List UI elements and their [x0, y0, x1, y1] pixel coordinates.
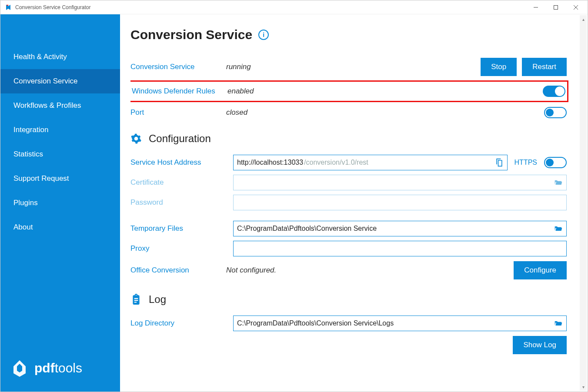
proxy-input[interactable] [233, 241, 567, 256]
scroll-up-arrow[interactable]: ▴ [580, 15, 587, 23]
office-conversion-status: Not configured. [226, 266, 514, 275]
password-input[interactable] [233, 195, 567, 210]
service-host-label: Service Host Address [130, 158, 226, 167]
https-label: HTTPS [514, 159, 537, 166]
port-toggle[interactable] [544, 107, 567, 118]
conversion-service-status: running [226, 63, 481, 71]
app-icon [5, 4, 12, 11]
tempfiles-row: Temporary Files C:\ProgramData\Pdftools\… [130, 219, 567, 239]
tempfiles-input[interactable]: C:\ProgramData\Pdftools\Conversion Servi… [233, 221, 567, 236]
password-row: Password [130, 193, 567, 213]
sidebar-item-health-activity[interactable]: Health & Activity [0, 45, 120, 69]
show-log-button[interactable]: Show Log [513, 336, 567, 354]
sidebar-item-label: Workflows & Profiles [13, 101, 81, 110]
proxy-label: Proxy [130, 244, 226, 253]
logdir-input[interactable]: C:\ProgramData\Pdftools\Conversion Servi… [233, 316, 567, 331]
password-label: Password [130, 198, 226, 207]
certificate-row: Certificate [130, 173, 567, 193]
sidebar-item-integration[interactable]: Integration [0, 118, 120, 142]
proxy-row: Proxy [130, 239, 567, 259]
configuration-section-header: Configuration [130, 133, 567, 145]
page-title: Conversion Service i [130, 27, 567, 42]
logdir-label: Log Directory [130, 319, 226, 328]
main-panel: Conversion Service i Conversion Service … [120, 14, 588, 392]
gear-icon [130, 133, 142, 144]
maximize-button[interactable] [546, 0, 566, 14]
tempfiles-label: Temporary Files [130, 224, 226, 233]
sidebar-item-plugins[interactable]: Plugins [0, 191, 120, 215]
conversion-service-row: Conversion Service running Stop Restart [130, 55, 567, 79]
configure-button[interactable]: Configure [514, 261, 567, 279]
office-conversion-row: Office Conversion Not configured. Config… [130, 259, 567, 282]
info-icon[interactable]: i [258, 30, 269, 40]
port-status: closed [226, 108, 544, 117]
sidebar-item-label: Conversion Service [13, 77, 77, 85]
sidebar-item-statistics[interactable]: Statistics [0, 142, 120, 166]
scroll-thumb[interactable] [581, 23, 586, 383]
logdir-row: Log Directory C:\ProgramData\Pdftools\Co… [130, 313, 567, 333]
defender-rules-label: Windows Defender Rules [132, 87, 227, 96]
svg-rect-0 [554, 5, 558, 9]
log-section-header: Log [130, 293, 567, 306]
conversion-service-label: Conversion Service [130, 63, 226, 71]
brand-logo: pdftools [0, 358, 120, 392]
defender-rules-toggle[interactable] [543, 86, 565, 97]
restart-button[interactable]: Restart [522, 58, 567, 76]
sidebar-item-conversion-service[interactable]: Conversion Service [0, 69, 120, 93]
sidebar-item-label: Health & Activity [13, 53, 67, 61]
office-conversion-label: Office Conversion [130, 266, 226, 275]
sidebar-item-support-request[interactable]: Support Request [0, 166, 120, 191]
folder-open-icon[interactable] [554, 178, 563, 187]
scrollbar[interactable]: ▴ ▾ [580, 15, 587, 391]
sidebar-item-workflows-profiles[interactable]: Workflows & Profiles [0, 93, 120, 118]
window-title: Conversion Service Configurator [15, 4, 90, 10]
close-button[interactable] [566, 0, 586, 14]
highlighted-defender-row: Windows Defender Rules enabled [130, 80, 568, 102]
scroll-down-arrow[interactable]: ▾ [580, 383, 587, 391]
stop-button[interactable]: Stop [481, 58, 517, 76]
folder-open-icon[interactable] [554, 224, 563, 233]
sidebar-item-label: Statistics [13, 150, 43, 158]
defender-rules-status: enabled [227, 87, 543, 96]
certificate-input[interactable] [233, 175, 567, 190]
sidebar-item-label: Support Request [13, 174, 69, 183]
minimize-button[interactable] [526, 0, 546, 14]
service-host-row: Service Host Address http://localhost:13… [130, 153, 567, 173]
window-titlebar: Conversion Service Configurator [0, 0, 588, 14]
sidebar-item-label: Plugins [13, 199, 38, 207]
folder-open-icon[interactable] [554, 319, 563, 328]
https-toggle[interactable] [544, 157, 567, 168]
logo-icon [9, 358, 30, 379]
service-host-input[interactable]: http://localhost:13033/conversion/v1.0/r… [233, 155, 508, 170]
copy-icon[interactable] [495, 158, 504, 167]
certificate-label: Certificate [130, 178, 226, 187]
sidebar-item-label: Integration [13, 126, 48, 134]
clipboard-list-icon [130, 294, 142, 305]
sidebar-item-label: About [13, 223, 33, 231]
port-label: Port [130, 108, 226, 117]
sidebar: Health & Activity Conversion Service Wor… [0, 14, 120, 392]
sidebar-item-about[interactable]: About [0, 215, 120, 239]
port-row: Port closed [130, 104, 567, 121]
